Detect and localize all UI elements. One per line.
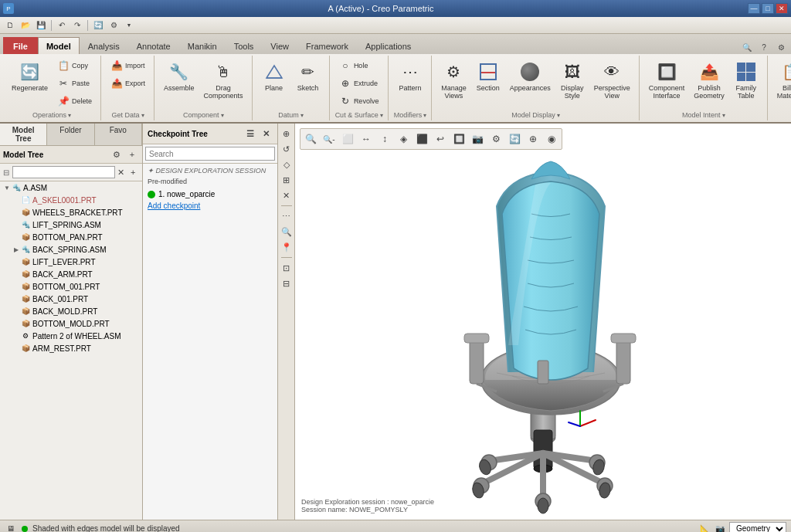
export-btn[interactable]: 📤Export	[107, 75, 149, 92]
tree-item-bottom-mold[interactable]: 📦 BOTTOM_MOLD.PRT	[0, 317, 142, 330]
pattern-btn[interactable]: ⋯ Pattern	[394, 57, 426, 94]
regenerate-btn[interactable]: 🔄 Regenerate	[8, 57, 52, 94]
plane-btn[interactable]: Plane	[258, 57, 290, 94]
design-exploration-label: ✦ DESIGN EXPLORATION SESSION	[148, 167, 273, 175]
tab-annotate[interactable]: Annotate	[128, 37, 179, 54]
tab-analysis[interactable]: Analysis	[80, 37, 128, 54]
ribbon-search[interactable]: 🔍	[740, 40, 754, 54]
add-checkpoint-link[interactable]: Add checkpoint	[148, 202, 273, 210]
tree-item-back-spring[interactable]: ▶ 🔩 BACK_SPRING.ASM	[0, 243, 142, 256]
appearances-btn[interactable]: Appearances	[506, 57, 555, 94]
tab-tools[interactable]: Tools	[226, 37, 263, 54]
tab-model[interactable]: Model	[38, 37, 80, 54]
checkpoint-menu-btn[interactable]: ☰	[243, 127, 257, 141]
minimize-button[interactable]: —	[748, 3, 760, 14]
hole-btn[interactable]: ○Hole	[335, 57, 383, 74]
vt-btn-9[interactable]: ⊡	[280, 261, 294, 275]
panel-tab-favo[interactable]: Favo	[95, 124, 142, 145]
appearances-icon	[518, 59, 542, 84]
import-btn[interactable]: 📥Import	[107, 57, 149, 74]
open-button[interactable]: 📂	[19, 19, 32, 32]
vt-btn-3[interactable]: ◇	[280, 158, 294, 171]
redo-button[interactable]: ↷	[70, 19, 84, 32]
model-tree: ▼ 🔩 A.ASM 📄 A_SKEL0001.PRT 📦 WHEELS_BRAC…	[0, 181, 142, 520]
ribbon-help[interactable]: ?	[757, 40, 771, 54]
paste-btn[interactable]: 📌Delete	[53, 93, 96, 110]
perspective-btn[interactable]: 👁 PerspectiveView	[590, 57, 634, 102]
status-camera-icon[interactable]: 📷	[714, 523, 726, 533]
drag-btn[interactable]: 🖱 DragComponents	[200, 57, 247, 102]
extrude-btn[interactable]: ⊕Extrude	[335, 75, 383, 92]
investigate-items: 📋 Bill ofMaterials 🔍 ReferenceViewer	[773, 57, 791, 110]
tree-item-root[interactable]: ▼ 🔩 A.ASM	[0, 181, 142, 194]
display-style-btn[interactable]: 🖼 DisplayStyle	[556, 57, 589, 102]
assemble-btn[interactable]: 🔧 Assemble	[160, 57, 199, 94]
sketch-btn[interactable]: ✏ Sketch	[292, 57, 324, 94]
dropdown-arrow[interactable]: ▼	[122, 19, 136, 32]
vt-btn-1[interactable]: ⊕	[280, 127, 294, 141]
tree-item-bottom-001[interactable]: 📦 BOTTOM_001.PRT	[0, 280, 142, 293]
tab-file[interactable]: File	[3, 37, 38, 54]
new-button[interactable]: 🗋	[3, 19, 17, 32]
ops-col: 📋Copy ✂Paste 📌Delete	[53, 57, 96, 110]
tree-filter-input[interactable]	[12, 166, 115, 178]
maximize-button[interactable]: □	[762, 3, 774, 14]
section-btn[interactable]: Section	[472, 57, 504, 94]
tree-item-pattern[interactable]: ⚙ Pattern 2 of WHEEL.ASM	[0, 330, 142, 342]
tab-applications[interactable]: Applications	[357, 37, 419, 54]
vt-btn-4[interactable]: ⊞	[280, 173, 294, 187]
pattern-label: Pattern	[399, 84, 421, 92]
tab-framework[interactable]: Framework	[297, 37, 357, 54]
bill-of-materials-btn[interactable]: 📋 Bill ofMaterials	[773, 57, 791, 102]
family-table-btn[interactable]: FamilyTable	[730, 57, 762, 102]
component-interface-btn[interactable]: 🔲 ComponentInterface	[645, 57, 689, 102]
copy-btn[interactable]: 📋Copy	[53, 57, 96, 74]
publish-geometry-btn[interactable]: 📤 PublishGeometry	[690, 57, 728, 102]
panel-tab-folder[interactable]: Folder	[47, 124, 94, 145]
close-button[interactable]: ✕	[776, 3, 788, 14]
ribbon-tabs: File Model Analysis Annotate Manikin Too…	[0, 34, 791, 54]
tree-item-bottom-pan[interactable]: 📦 BOTTOM_PAN.PRT	[0, 231, 142, 243]
checkpoint-close-btn[interactable]: ✕	[259, 127, 273, 141]
ribbon-settings[interactable]: ⚙	[774, 40, 788, 54]
vt-btn-6[interactable]: ⋯	[280, 209, 294, 223]
tree-add-btn[interactable]: +	[125, 147, 139, 161]
settings-button[interactable]: ⚙	[107, 19, 121, 32]
geometry-dropdown[interactable]: Geometry	[729, 522, 786, 533]
vt-btn-2[interactable]: ↺	[280, 142, 294, 156]
regenerate-button[interactable]: 🔄	[91, 19, 105, 32]
vt-btn-7[interactable]: 🔍	[280, 225, 294, 239]
tree-filter-clear[interactable]: ✕	[115, 165, 127, 179]
manage-views-btn[interactable]: ⚙ ManageViews	[437, 57, 470, 102]
tree-item-back-arm[interactable]: 📦 BACK_ARM.PRT	[0, 268, 142, 280]
checkpoint-search	[143, 144, 277, 164]
session-line1: Design Exploration session : nowe_oparci…	[301, 498, 434, 506]
tree-filter-add[interactable]: +	[127, 165, 140, 179]
tree-settings-btn[interactable]: ⚙	[110, 147, 124, 161]
tree-item-lift[interactable]: 🔩 LIFT_SPRING.ASM	[0, 219, 142, 231]
tab-view[interactable]: View	[262, 37, 297, 54]
checkpoint-item-1[interactable]: 1. nowe_oparcie	[148, 190, 273, 198]
undo-button[interactable]: ↶	[55, 19, 69, 32]
revolve-btn[interactable]: ↻Revolve	[335, 93, 383, 110]
tree-item-arm-rest[interactable]: 📦 ARM_REST.PRT	[0, 342, 142, 354]
save-button[interactable]: 💾	[34, 19, 48, 32]
checkpoint-search-input[interactable]	[145, 147, 275, 161]
tree-item-lift-lever[interactable]: 📦 LIFT_LEVER.PRT	[0, 256, 142, 268]
viewport[interactable]: 🔍 🔍- ⬜ ↔ ↕ ◈ ⬛ ↩ 🔲 📷 ⚙ 🔄 ⊕ ◉	[295, 124, 791, 520]
panel-tab-model-tree[interactable]: Model Tree	[0, 124, 47, 145]
tree-item-wheels[interactable]: 📦 WHEELS_BRACKET.PRT	[0, 206, 142, 219]
tree-item-back-mold[interactable]: 📦 BACK_MOLD.PRT	[0, 305, 142, 317]
vt-btn-5[interactable]: ✕	[280, 188, 294, 202]
model-intent-chevron: ▾	[722, 112, 725, 119]
vt-btn-8[interactable]: 📍	[280, 240, 294, 254]
tab-manikin[interactable]: Manikin	[179, 37, 226, 54]
plane-icon	[262, 59, 287, 84]
window-controls[interactable]: — □ ✕	[748, 3, 788, 14]
vt-btn-10[interactable]: ⊟	[280, 276, 294, 290]
tree-item-skel[interactable]: 📄 A_SKEL0001.PRT	[0, 194, 142, 206]
cut-btn[interactable]: ✂Paste	[53, 75, 96, 92]
tree-item-back-001[interactable]: 📦 BACK_001.PRT	[0, 293, 142, 305]
ribbon-group-investigate: 📋 Bill ofMaterials 🔍 ReferenceViewer Inv…	[769, 56, 791, 120]
status-ruler-icon[interactable]: 📐	[698, 523, 711, 533]
